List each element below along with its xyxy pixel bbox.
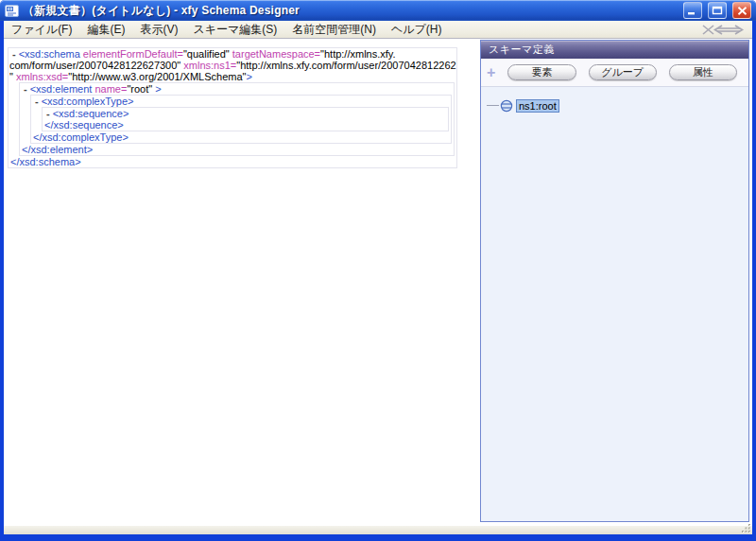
collapse-marker[interactable]: - [24,83,27,95]
xml-view[interactable]: -<xsd:schema elementFormDefault="qualifi… [4,39,478,525]
xml-line: com/form/user/20070428122627300" xmlns:n… [9,60,456,71]
collapse-marker[interactable]: - [46,108,50,119]
menu-item-edit[interactable]: 編集(E) [79,21,132,38]
minimize-button[interactable] [683,2,702,19]
menu-item-help[interactable]: ヘルプ(H) [384,21,450,38]
xml-line: </xsd:sequence> [43,119,448,131]
xml-element-box: -<xsd:complexType>-<xsd:sequence></xsd:s… [30,95,452,144]
collapse-marker[interactable]: - [12,48,16,60]
window-frame: （新規文書）(タイトルなし) - xfy Schema Designer ファイ… [0,0,756,541]
tree-connector-line [487,105,499,106]
xfy-logo-icon [701,24,745,36]
element-node-icon [500,99,513,113]
collapse-marker[interactable]: - [35,96,39,107]
menu-item-view[interactable]: 表示(V) [132,21,185,38]
content-area: -<xsd:schema elementFormDefault="qualifi… [4,39,752,525]
app-document-icon [5,4,19,18]
xml-line: </xsd:element> [20,144,454,155]
xml-line: -<xsd:element name="root" > [20,83,454,95]
schema-definition-panel: スキーマ定義 + 要素グループ属性 ns1:root [480,40,749,522]
tree-item-label[interactable]: ns1:root [516,99,559,113]
schema-tree: ns1:root [481,87,748,521]
panel-title: スキーマ定義 [481,41,748,59]
menu-items: ファイル(F)編集(E)表示(V)スキーマ編集(S)名前空間管理(N)ヘルプ(H… [4,21,449,38]
menu-item-schema-edit[interactable]: スキーマ編集(S) [185,21,284,38]
add-icon[interactable]: + [487,65,495,80]
close-icon [737,7,747,15]
maximize-button[interactable] [708,2,727,19]
minimize-icon [687,6,698,15]
menu-item-file[interactable]: ファイル(F) [4,21,79,38]
xml-line: " xmlns:xsd="http://www.w3.org/2001/XMLS… [9,71,456,82]
panel-toolbar: + 要素グループ属性 [481,59,748,87]
close-button[interactable] [732,2,751,19]
status-bar [4,525,752,534]
tree-item-root[interactable]: ns1:root [487,98,748,113]
xml-line: </xsd:complexType> [31,131,451,143]
xml-line: </xsd:schema> [9,156,456,167]
maximize-icon [712,6,723,15]
resize-grip[interactable] [740,524,751,533]
menu-bar: ファイル(F)編集(E)表示(V)スキーマ編集(S)名前空間管理(N)ヘルプ(H… [4,21,752,39]
xml-element-box: -<xsd:schema elementFormDefault="qualifi… [8,47,457,168]
title-bar: （新規文書）(タイトルなし) - xfy Schema Designer [0,0,756,21]
xml-element-box: -<xsd:sequence></xsd:sequence> [42,107,449,131]
group-button[interactable]: グループ [589,64,657,80]
xml-element-box: -<xsd:element name="root" >-<xsd:complex… [19,82,455,156]
xml-line: -<xsd:sequence> [43,108,448,119]
attribute-button[interactable]: 属性 [669,64,737,80]
xml-line: -<xsd:schema elementFormDefault="qualifi… [9,48,456,60]
element-button[interactable]: 要素 [507,64,576,80]
menu-item-namespace[interactable]: 名前空間管理(N) [284,21,384,38]
xml-line: -<xsd:complexType> [31,96,451,107]
window-title: （新規文書）(タイトルなし) - xfy Schema Designer [23,3,678,19]
